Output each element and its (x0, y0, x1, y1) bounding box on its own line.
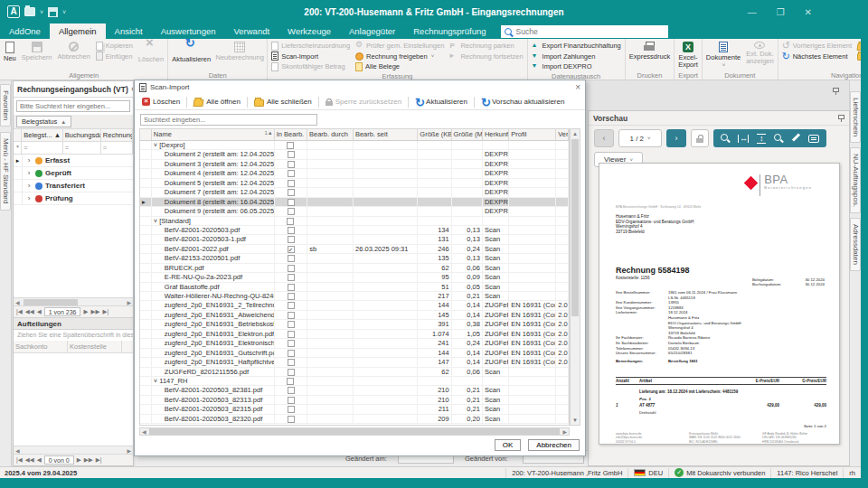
checkbox[interactable] (288, 189, 295, 196)
document-row[interactable]: zugferd_2p0_EN16931_Betriebskostenabrec.… (140, 320, 569, 329)
ribbon-search[interactable] (501, 25, 668, 38)
column-header-1[interactable]: Belegst... ▲ (22, 129, 63, 141)
ribbon-tab-werkzeuge[interactable]: Werkzeuge (278, 23, 340, 39)
column-header-7[interactable]: Herkunft (483, 129, 509, 140)
document-row[interactable]: E-RE-NU-Qu-2a-2023.pdf950,09Scan (140, 273, 569, 282)
checkbox[interactable] (288, 397, 295, 404)
checkbox[interactable] (288, 302, 295, 309)
checkbox[interactable] (287, 218, 294, 225)
status-row-erfasst[interactable]: ▸›Erfasst (14, 155, 133, 167)
document-row[interactable]: Graf Baustoffe.pdf510,05Scan (140, 283, 569, 292)
checkbox[interactable] (288, 274, 295, 281)
document-row[interactable]: Dokument 3 (erstellt am: 12.04.2025 22:1… (140, 160, 569, 169)
ribbon-search-input[interactable] (514, 26, 650, 37)
pin-icon[interactable] (837, 114, 844, 122)
expand-icon[interactable]: › (25, 169, 33, 177)
document-row[interactable]: zugferd_2p0_EN16931_ElektronischeAdress.… (140, 339, 569, 348)
dialog-tool-aktualisieren[interactable]: Aktualisieren (411, 98, 471, 106)
document-row[interactable]: Dokument 7 (erstellt am: 12.04.2025 22:1… (140, 188, 569, 197)
ribbon-button-expressdruck[interactable]: Expressdruck (627, 40, 673, 71)
dialog-tool-alle-schlie-en[interactable]: Alle schließen (250, 98, 316, 107)
ribbon-tab-ansicht[interactable]: Ansicht (106, 23, 152, 39)
status-row-geprüft[interactable]: ›Geprüft (14, 167, 133, 180)
document-row[interactable]: Dokument 4 (erstellt am: 12.04.2025 22:1… (140, 169, 569, 178)
document-row[interactable]: BetV-82001-2020503_82320.pdf2090,20Scan (140, 415, 569, 424)
group-by-chip[interactable]: Belegstatus ▲ (16, 116, 71, 127)
ribbon-button-rechnung-freigeben[interactable]: Rechnung freigeben˅ (353, 52, 447, 62)
dock-tab-adressdaten[interactable]: Adressdaten (850, 218, 861, 271)
horizontal-scrollbar[interactable]: ◀▶ (14, 297, 133, 305)
column-header-3[interactable]: Bearb. durch (307, 129, 354, 140)
filter-cell[interactable]: = (22, 142, 63, 154)
ribbon-button-aktualisieren[interactable]: Aktualisieren (169, 40, 213, 71)
document-row[interactable]: zugferd_2p0_EN16931_Elektron.pdf1.0741,0… (140, 330, 569, 339)
document-row[interactable]: BRUECK.pdf620,06Scan (140, 264, 569, 273)
document-row[interactable]: BetV-82001-2020503_82381.pdf2100,21Scan (140, 386, 569, 395)
checkbox[interactable] (288, 350, 295, 357)
page-selector[interactable]: 1 / 2 ˅ (618, 129, 662, 147)
fit-width-icon[interactable] (738, 135, 749, 143)
checkbox[interactable] (288, 321, 295, 328)
close-button[interactable]: ✕ (805, 7, 812, 17)
document-row[interactable]: zugferd_2p0_EN16931_Haftpflichtversicher… (140, 358, 569, 367)
panel-tab[interactable]: Rechnungseingangsbuch (VT) ⇤ × (14, 81, 133, 98)
lock-button[interactable] (691, 129, 709, 147)
record-pager[interactable]: |◀◀◀◀ 0 von 0 ▶▶▶▶| (14, 454, 133, 465)
checkbox[interactable] (288, 199, 295, 206)
record-pager[interactable]: |◀◀◀◀ 1 von 236 ▶▶▶▶| (14, 305, 133, 317)
aufteilungen-column-2[interactable]: Kostenstelle (68, 341, 122, 352)
stamp-icon[interactable] (808, 135, 819, 143)
zoom-icon[interactable] (774, 134, 783, 143)
group-row[interactable]: ˅ [Standard] (140, 217, 569, 226)
checkbox[interactable] (288, 265, 295, 272)
dialog-tool-alle-ffnen[interactable]: Alle öffnen (190, 98, 244, 107)
cancel-button[interactable]: Abbrechen (528, 439, 580, 451)
checkbox[interactable] (288, 387, 295, 394)
expand-icon[interactable]: › (25, 194, 33, 202)
column-header-9[interactable]: Version (556, 129, 569, 140)
group-row[interactable]: ˅ [Dexpro] (140, 141, 569, 150)
ribbon-tab-anlagegüter[interactable]: Anlagegüter (340, 23, 404, 39)
dialog-tool-vorschau-aktualisieren[interactable]: Vorschau aktualisieren (477, 98, 569, 106)
maximize-button[interactable]: ❐ (777, 7, 785, 17)
prev-page-button[interactable]: ‹ (594, 129, 614, 147)
dock-tab-men-hf-standard[interactable]: Menü - HF Standard (0, 132, 11, 210)
aufteilungen-column-1[interactable]: Sachkonto (14, 341, 68, 352)
status-row-prüfung[interactable]: ›Prüfung (14, 192, 133, 205)
document-row[interactable]: Dokument 5 (erstellt am: 12.04.2025 22:1… (140, 179, 569, 188)
checkbox[interactable] (288, 340, 295, 347)
dialog-close-icon[interactable]: × (575, 82, 580, 92)
document-row[interactable]: BetV-82153-2020501.pdf1350,13Scan (140, 254, 569, 263)
ribbon-button-n-chstes-element[interactable]: Nächstes Element (779, 52, 854, 62)
dialog-tool-l-schen[interactable]: Löschen (138, 98, 184, 106)
ribbon-tab-auswertungen[interactable]: Auswertungen (152, 23, 225, 39)
document-row[interactable]: BetV-82001-2020503.pdf1340,13Scan (140, 226, 569, 235)
checkbox[interactable] (287, 378, 294, 385)
checkbox[interactable] (288, 293, 295, 300)
column-header-5[interactable]: Größe (KB) (418, 129, 451, 140)
status-row-transferiert[interactable]: ›Transferiert (14, 180, 133, 192)
expand-icon[interactable]: › (25, 182, 33, 190)
checkbox[interactable] (288, 331, 295, 338)
ok-button[interactable]: OK (495, 439, 522, 451)
checkbox[interactable] (288, 180, 295, 187)
column-header-1[interactable]: Name1▲ (152, 129, 275, 140)
ribbon-button-dokumente[interactable]: Dokumente ˅ (703, 40, 743, 71)
document-row[interactable]: BetV-82001-2022.pdf✓sb26.03.2025 09:3124… (140, 245, 569, 254)
book-search-input[interactable] (16, 100, 130, 112)
document-row[interactable]: zugferd_2p0_EN16931_AbweichenderZahlun..… (140, 311, 569, 320)
ribbon-button-export-finanzbuchhaltung[interactable]: Export Finanzbuchhaltung (529, 41, 624, 52)
ribbon-button-neu[interactable]: Neu (1, 40, 19, 71)
minimize-button[interactable]: — (748, 7, 757, 17)
checkbox[interactable] (288, 161, 295, 168)
expand-icon[interactable]: › (25, 156, 33, 164)
ribbon-tab-rechnungsprüfung[interactable]: Rechnungsprüfung (404, 23, 495, 39)
document-row[interactable]: BetV-82001-2020503_82315.pdf2110,21Scan (140, 405, 569, 414)
dialog-search-input[interactable] (140, 114, 317, 126)
column-header-2[interactable]: In Bearb. (275, 129, 307, 140)
zoom-in-icon[interactable] (721, 134, 730, 143)
checkbox[interactable] (288, 170, 295, 177)
ribbon-tab-verwandt[interactable]: Verwandt (224, 23, 278, 39)
ribbon-button-import-zahlungen[interactable]: Import Zahlungen (529, 52, 624, 62)
dock-tab-nu-auftragspos-[interactable]: NU-Auftragspos. (850, 147, 861, 213)
